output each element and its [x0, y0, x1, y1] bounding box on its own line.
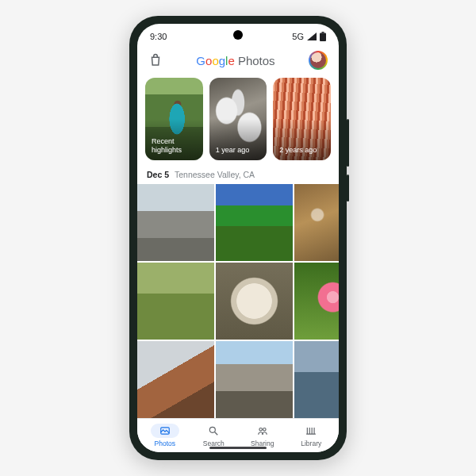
phone-frame: 9:30 5G Google Photos R — [129, 16, 347, 460]
svg-point-6 — [263, 428, 266, 432]
svg-point-3 — [210, 427, 216, 432]
location-label: Tennessee Valley, CA — [175, 170, 255, 179]
memory-card-1-year[interactable]: 1 year ago — [209, 78, 267, 160]
nav-library[interactable]: Library — [287, 424, 336, 447]
memory-label: Recent highlights — [152, 137, 197, 154]
memory-card-2-years[interactable]: 2 years ago — [273, 78, 331, 160]
photos-icon — [159, 425, 171, 436]
memory-card-recent[interactable]: Recent highlights — [145, 78, 203, 160]
signal-icon — [307, 33, 317, 40]
clock: 9:30 — [150, 32, 167, 41]
photo-thumb[interactable] — [294, 341, 339, 418]
nav-sharing[interactable]: Sharing — [238, 424, 287, 447]
avatar[interactable] — [309, 51, 328, 70]
battery-icon — [320, 32, 326, 41]
photo-grid[interactable] — [137, 184, 339, 418]
photo-thumb[interactable] — [137, 263, 214, 340]
nav-photos[interactable]: Photos — [140, 424, 190, 447]
photo-thumb[interactable] — [216, 341, 293, 418]
svg-rect-1 — [320, 33, 326, 42]
power-button — [347, 175, 349, 202]
screen: 9:30 5G Google Photos R — [137, 24, 339, 452]
status-right: 5G — [292, 32, 326, 41]
photo-thumb[interactable] — [216, 263, 293, 340]
nav-label: Library — [301, 440, 321, 447]
app-header: Google Photos — [137, 46, 339, 78]
date-header: Dec 5 Tennessee Valley, CA — [137, 168, 339, 184]
memories-carousel[interactable]: Recent highlights 1 year ago 2 years ago — [137, 78, 339, 168]
print-store-icon[interactable] — [148, 53, 163, 67]
nav-search[interactable]: Search — [190, 424, 239, 447]
library-icon — [305, 425, 317, 436]
svg-line-4 — [215, 432, 218, 436]
front-camera — [233, 30, 243, 40]
memory-label: 1 year ago — [216, 146, 250, 154]
volume-button — [347, 119, 349, 167]
photo-thumb[interactable] — [216, 184, 293, 261]
gesture-handle[interactable] — [209, 447, 267, 449]
photo-thumb[interactable] — [137, 184, 214, 261]
svg-point-5 — [259, 428, 263, 432]
app-title: Google Photos — [196, 54, 274, 67]
photo-thumb[interactable] — [137, 341, 214, 418]
nav-label: Photos — [155, 440, 175, 447]
search-icon — [208, 425, 219, 436]
sharing-icon — [257, 425, 268, 436]
memory-label: 2 years ago — [279, 146, 317, 154]
date-label: Dec 5 — [147, 170, 169, 179]
svg-rect-0 — [322, 32, 324, 33]
photo-thumb[interactable] — [294, 263, 339, 340]
photo-thumb[interactable] — [294, 184, 339, 261]
google-word: Google — [196, 54, 234, 67]
network-label: 5G — [292, 32, 304, 41]
photos-word: Photos — [238, 54, 275, 67]
